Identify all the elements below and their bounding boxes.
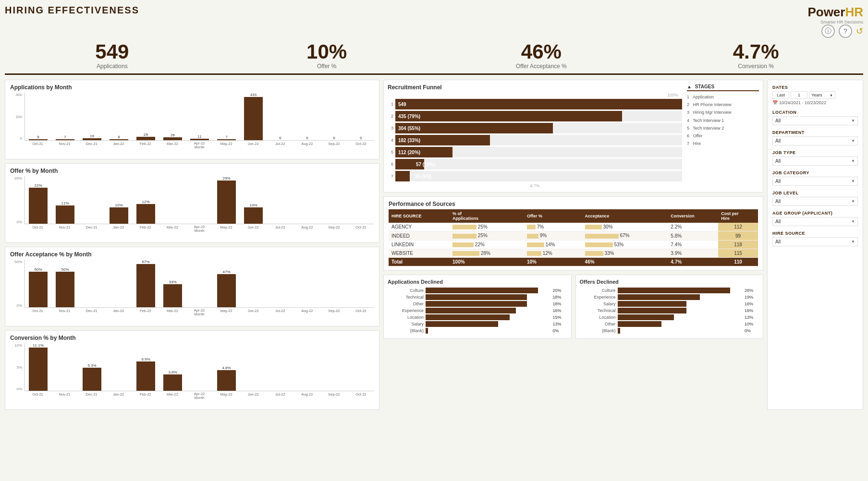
hire-source-label: HIRE SOURCE <box>772 231 858 236</box>
stage-3-label: 3 Hiring Mgr Interview <box>687 108 759 116</box>
col-apps-pct: % ofApplications <box>450 209 524 223</box>
age-group-filter[interactable]: AGE GROUP (APPLICANT) All ▼ <box>772 211 858 226</box>
info-icon[interactable]: ⓘ <box>821 24 835 38</box>
declined-culture-row: Culture 20% <box>388 288 567 293</box>
offer-declined-other-row: Other 10% <box>580 321 759 327</box>
performance-sources-card: Performance of Sources HIRE SOURCE % ofA… <box>383 196 763 271</box>
applications-declined-card: Applications Declined Culture 20% Techni… <box>383 275 572 339</box>
age-group-value: All <box>775 219 781 224</box>
dates-preset[interactable]: Last <box>772 91 789 99</box>
hire-source-filter[interactable]: HIRE SOURCE All ▼ <box>772 231 858 246</box>
job-category-select[interactable]: All ▼ <box>772 177 858 186</box>
offer-declined-experience-row: Experience 19% <box>580 294 759 300</box>
applications-by-month-card: Applications by Month 4002000 9 7 <box>5 80 379 159</box>
declined-location-row: Location 15% <box>388 314 567 320</box>
hire-source-select[interactable]: All ▼ <box>772 237 858 246</box>
hire-source-value: All <box>775 239 781 244</box>
location-label: LOCATION <box>772 110 858 115</box>
main-content: Applications by Month 4002000 9 7 <box>5 80 863 410</box>
bottom-row: Applications Declined Culture 20% Techni… <box>383 275 763 339</box>
conversion-by-month-card: Conversion % by Month 10%5%0% 11.1% 5.3%… <box>5 330 379 410</box>
job-category-label: JOB CATEGORY <box>772 170 858 175</box>
performance-table: HIRE SOURCE % ofApplications Offer % Acc… <box>389 209 758 266</box>
applications-by-month-title: Applications by Month <box>10 84 374 91</box>
help-icon[interactable]: ? <box>839 24 852 38</box>
logo-area: PowerHR Smarter HR Decisions ⓘ ? ↺ <box>807 5 863 38</box>
kpi-offer-acceptance: 46% Offer Acceptance % <box>434 42 649 70</box>
date-range: 📅 10/24/2021 - 10/23/2022 <box>772 100 858 105</box>
funnel-row-5: 5 112 (20%) <box>388 147 682 157</box>
kpi-row: 549 Applications 10% Offer % 46% Offer A… <box>5 42 863 75</box>
kpi-offer-acceptance-value: 46% <box>434 42 649 62</box>
date-range-text: 10/24/2021 - 10/23/2022 <box>779 100 826 105</box>
undo-icon[interactable]: ↺ <box>856 26 863 36</box>
recruitment-funnel-card: Recruitment Funnel 100% 1 549 <box>383 80 763 192</box>
job-level-select[interactable]: All ▼ <box>772 197 858 206</box>
funnel-row-4: 4 182 (33%) <box>388 135 682 145</box>
kpi-offer-acceptance-label: Offer Acceptance % <box>434 63 649 70</box>
table-row: INDEED 25% 9% 67% 5.8% 99 <box>389 231 758 240</box>
right-panel: DATES Last 1 Years ▼ 📅 10/24/2021 - 10/2… <box>767 80 863 410</box>
job-type-select[interactable]: All ▼ <box>772 156 858 166</box>
stages-legend: ▲ STAGES 1 Application 2 HR Phone Interv… <box>682 84 759 147</box>
offer-declined-salary-row: Salary 16% <box>580 301 759 307</box>
job-level-filter[interactable]: JOB LEVEL All ▼ <box>772 191 858 206</box>
logo-text: PowerHR <box>807 5 863 20</box>
funnel-title: Recruitment Funnel <box>388 84 682 91</box>
middle-charts: Recruitment Funnel 100% 1 549 <box>383 80 763 410</box>
funnel-row-2: 2 435 (79%) <box>388 111 682 121</box>
age-group-label: AGE GROUP (APPLICANT) <box>772 211 858 216</box>
job-category-chevron: ▼ <box>851 179 855 183</box>
stage-4-label: 4 Tech Interview 1 <box>687 117 759 124</box>
age-group-select[interactable]: All ▼ <box>772 217 858 226</box>
funnel-row-6: 6 57 (10%) <box>388 159 682 169</box>
applications-declined-title: Applications Declined <box>388 279 567 285</box>
dates-unit-label: Years <box>811 93 822 97</box>
job-level-value: All <box>775 199 781 204</box>
performance-title: Performance of Sources <box>389 201 758 207</box>
department-label: DEPARTMENT <box>772 130 858 135</box>
job-category-value: All <box>775 179 781 184</box>
department-select[interactable]: All ▼ <box>772 136 858 145</box>
dates-value[interactable]: 1 <box>791 91 807 99</box>
col-cost-hire: Cost perHire <box>718 209 758 223</box>
col-offer-pct: Offer % <box>524 209 582 223</box>
job-category-filter[interactable]: JOB CATEGORY All ▼ <box>772 170 858 186</box>
department-filter[interactable]: DEPARTMENT All ▼ <box>772 130 858 145</box>
calendar-icon: 📅 <box>772 100 778 105</box>
left-charts: Applications by Month 4002000 9 7 <box>5 80 379 410</box>
offer-pct-by-month-card: Offer % by Month 20%0% 22% 11% 10% 12% 2… <box>5 163 379 243</box>
offer-acceptance-by-month-card: Offer Acceptance % by Month 50%0% 50% 50… <box>5 247 379 326</box>
job-level-chevron: ▼ <box>851 199 855 204</box>
dates-unit[interactable]: Years ▼ <box>809 91 835 99</box>
stage-7-label: 7 Hire <box>687 140 759 147</box>
offer-declined-culture-row: Culture 26% <box>580 288 759 293</box>
dates-row: Last 1 Years ▼ <box>772 91 858 99</box>
job-type-filter[interactable]: JOB TYPE All ▼ <box>772 150 858 166</box>
dashboard: HIRING EFFECTIVENESS PowerHR Smarter HR … <box>0 0 868 481</box>
page-title: HIRING EFFECTIVENESS <box>5 5 139 16</box>
funnel-row-1: 1 549 <box>388 99 682 109</box>
kpi-applications-label: Applications <box>5 63 220 70</box>
stage-2-label: 2 HR Phone Interview <box>687 101 759 108</box>
stage-1-label: 1 Application <box>687 93 759 101</box>
location-select[interactable]: All ▼ <box>772 116 858 125</box>
age-group-chevron: ▼ <box>851 219 855 224</box>
kpi-applications-value: 549 <box>5 42 220 62</box>
funnel-row-3: 3 304 (55%) <box>388 123 682 133</box>
logo-icons: ⓘ ? ↺ <box>821 24 863 38</box>
table-row: AGENCY 25% 7% 30% 2.2% 112 <box>389 223 758 231</box>
offer-declined-technical-row: Technical 16% <box>580 308 759 313</box>
dates-label: DATES <box>772 85 858 90</box>
location-chevron: ▼ <box>851 119 855 123</box>
department-chevron: ▼ <box>851 139 855 143</box>
location-filter[interactable]: LOCATION All ▼ <box>772 110 858 125</box>
kpi-offer-pct-value: 10% <box>220 42 434 62</box>
declined-technical-row: Technical 18% <box>388 294 567 300</box>
job-type-chevron: ▼ <box>851 159 855 163</box>
declined-salary-row: Salary 13% <box>388 321 567 327</box>
logo-subtitle: Smarter HR Decisions <box>820 20 863 24</box>
col-hire-source: HIRE SOURCE <box>389 209 450 223</box>
dates-filter: DATES Last 1 Years ▼ 📅 10/24/2021 - 10/2… <box>772 85 858 105</box>
offer-declined-location-row: Location 13% <box>580 314 759 320</box>
